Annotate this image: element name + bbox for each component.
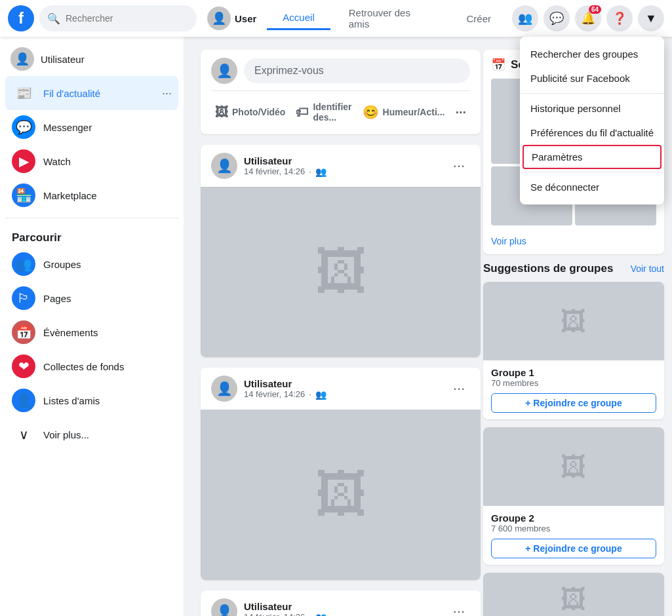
dropdown-divider-2: [520, 172, 664, 172]
dropdown-item-logout[interactable]: Se déconnecter: [520, 175, 664, 199]
dropdown-menu: Rechercher des groupes Publicité sur Fac…: [520, 37, 664, 204]
dropdown-divider-1: [520, 93, 664, 94]
dropdown-item-ads[interactable]: Publicité sur Facebook: [520, 66, 664, 90]
dropdown-item-groups[interactable]: Rechercher des groupes: [520, 42, 664, 66]
dropdown-item-settings[interactable]: Paramètres: [523, 145, 662, 169]
dropdown-item-prefs[interactable]: Préférences du fil d'actualité: [520, 121, 664, 145]
dropdown-item-history[interactable]: Historique personnel: [520, 96, 664, 121]
